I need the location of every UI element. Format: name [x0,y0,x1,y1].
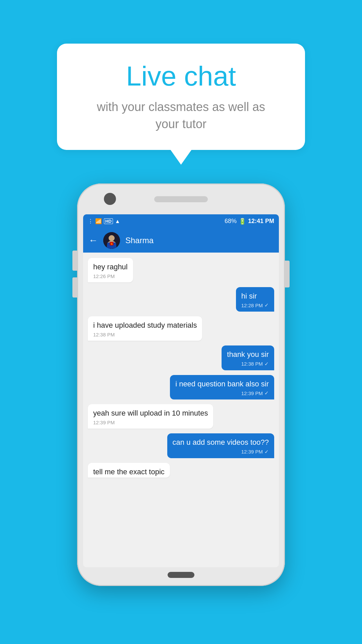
message-time: 12:39 PM [241,449,263,454]
phone-body: ⋮ 📶 HD ▲ 68% 🔋 12:41 PM ← [77,183,285,586]
message-time: 12:26 PM [93,273,128,279]
battery-icon: 🔋 [239,218,246,225]
message-time: 12:38 PM [241,361,263,367]
message-text: i have uploaded study materials [93,320,197,330]
status-bar-right: 68% 🔋 12:41 PM [225,218,274,225]
phone-power-button [285,261,290,287]
back-button[interactable]: ← [88,235,98,246]
message-sent: i need question bank also sir 12:39 PM ✓ [170,375,274,400]
message-received: tell me the exact topic 12:40 PM [88,463,170,478]
message-received: yeah sure will upload in 10 minutes 12:3… [88,404,213,429]
check-icon: ✓ [264,361,269,367]
avatar-image: S [103,232,120,249]
message-text: hey raghul [93,262,128,272]
check-icon: ✓ [264,449,269,455]
phone-screen: ⋮ 📶 HD ▲ 68% 🔋 12:41 PM ← [83,214,279,567]
check-icon: ✓ [264,390,269,396]
message-time-row: 12:39 PM ✓ [175,390,269,396]
message-text: i need question bank also sir [175,379,269,389]
superman-icon: S [103,232,120,249]
message-time: 12:39 PM [93,420,208,425]
hd-badge: HD [104,218,113,224]
message-text: can u add some videos too?? [173,437,269,447]
bluetooth-icon: ⋮ [88,218,93,224]
phone-camera [104,193,116,205]
phone-vol-up [72,251,77,271]
message-time-row: 12:38 PM ✓ [227,361,269,367]
svg-text:S: S [111,242,113,246]
check-icon: ✓ [264,302,269,308]
message-sent: thank you sir 12:38 PM ✓ [222,345,274,370]
wifi-icon: ▲ [115,218,120,224]
svg-point-1 [109,235,115,241]
message-text: yeah sure will upload in 10 minutes [93,408,208,418]
signal-icon: 📶 [95,218,102,224]
feature-card: Live chat with your classmates as well a… [57,44,305,150]
contact-avatar: S [103,232,120,249]
status-bar: ⋮ 📶 HD ▲ 68% 🔋 12:41 PM [83,214,279,228]
message-time: 12:28 PM [241,303,263,308]
status-time: 12:41 PM [248,218,274,225]
message-time: 12:39 PM [241,390,263,396]
message-text: tell me the exact topic [93,467,165,477]
message-sent: can u add some videos too?? 12:39 PM ✓ [167,433,274,458]
message-time: 12:38 PM [93,332,197,337]
feature-subtitle: with your classmates as well as your tut… [84,99,278,132]
battery-percent: 68% [225,218,237,225]
message-received: i have uploaded study materials 12:38 PM [88,316,202,341]
message-text: hi sir [241,291,269,301]
phone-vol-down [72,277,77,298]
status-bar-left: ⋮ 📶 HD ▲ [88,218,120,224]
feature-title: Live chat [84,61,278,91]
message-time-row: 12:39 PM ✓ [173,449,269,455]
contact-name: Sharma [125,236,154,245]
message-sent: hi sir 12:28 PM ✓ [236,287,274,312]
phone-speaker [154,196,208,202]
message-time-row: 12:28 PM ✓ [241,302,269,308]
message-text: thank you sir [227,350,269,360]
phone-home-button [168,572,194,578]
phone-mockup: ⋮ 📶 HD ▲ 68% 🔋 12:41 PM ← [77,183,285,586]
chat-header: ← [83,228,279,253]
messages-area[interactable]: hey raghul 12:26 PM hi sir 12:28 PM ✓ i … [83,253,279,567]
message-received: hey raghul 12:26 PM [88,258,133,282]
